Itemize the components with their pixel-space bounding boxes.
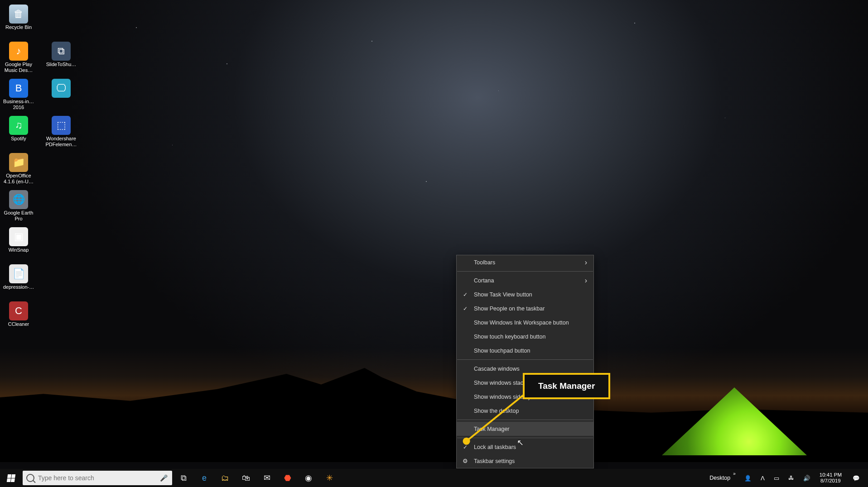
annotation-callout-label: Task Manager — [523, 373, 610, 399]
context-menu-item-label: Show Windows Ink Workspace button — [474, 320, 569, 326]
context-menu-item-label: Show touch keyboard button — [474, 334, 545, 340]
volume-icon[interactable]: 🔊 — [800, 469, 814, 487]
microphone-icon[interactable]: 🎤 — [160, 474, 168, 482]
desktop-icon-depression-doc[interactable]: 📄depression-… — [2, 263, 35, 301]
google-play-music-icon: ♪ — [9, 42, 28, 61]
context-menu-item-show-touchpad-button[interactable]: Show touchpad button — [457, 344, 593, 358]
taskbar-context-menu: ToolbarsCortanaShow Task View buttonShow… — [456, 255, 594, 468]
taskbar-search[interactable]: 🎤 — [23, 471, 172, 485]
context-menu-separator — [457, 359, 593, 360]
taskbar: 🎤 ⧉ e 🗂 🛍 ✉ ⬣ ◉ ✳ Desktop » 👤 ᐱ ▭ 🖧 🔊 10… — [0, 469, 868, 487]
windows-logo-icon — [6, 474, 15, 482]
task-view-button[interactable]: ⧉ — [173, 469, 194, 487]
desktop-icon-openoffice[interactable]: 📁OpenOffice 4.1.6 (en-U… — [2, 152, 35, 189]
context-menu-item-show-touch-keyboard-button[interactable]: Show touch keyboard button — [457, 329, 593, 344]
winsnap-icon: ▣ — [9, 227, 28, 246]
clock-time: 10:41 PM — [820, 472, 842, 478]
spotify-icon: ♫ — [9, 116, 28, 135]
context-menu-item-taskbar-settings[interactable]: Taskbar settings — [457, 454, 593, 468]
context-menu-separator — [457, 420, 593, 420]
context-menu-item-label: Show touchpad button — [474, 348, 530, 354]
openoffice-icon: 📁 — [9, 153, 28, 172]
context-menu-separator — [457, 438, 593, 438]
context-menu-item-label: Toolbars — [474, 259, 495, 266]
desktop-icon-control-panel-shortcut[interactable]: 🖵 — [44, 78, 78, 115]
google-earth-pro-icon: 🌐 — [9, 190, 28, 209]
taskbar-clock[interactable]: 10:41 PM 8/7/2019 — [816, 469, 845, 487]
desktop-icon-winsnap[interactable]: ▣WinSnap — [2, 226, 35, 263]
context-menu-item-show-the-desktop[interactable]: Show the desktop — [457, 404, 593, 418]
context-menu-item-lock-all-taskbars[interactable]: Lock all taskbars — [457, 440, 593, 454]
depression-doc-icon: 📄 — [9, 264, 28, 283]
context-menu-item-cortana[interactable]: Cortana — [457, 273, 593, 287]
taskbar-app-edge[interactable]: e — [194, 469, 215, 487]
taskbar-app-mail[interactable]: ✉ — [256, 469, 277, 487]
recycle-bin-icon: 🗑 — [9, 5, 28, 24]
desktop-icon-label: Recycle Bin — [5, 24, 32, 30]
context-menu-item-show-windows-ink-workspace-button[interactable]: Show Windows Ink Workspace button — [457, 315, 593, 329]
desktop-icon-label: Business-in… 2016 — [2, 99, 35, 110]
start-button[interactable] — [0, 469, 22, 487]
action-center-icon[interactable]: 💬 — [847, 469, 865, 487]
wondershare-pdf-icon: ⬚ — [52, 116, 71, 135]
context-menu-item-label: Taskbar settings — [474, 458, 515, 464]
context-menu-item-toolbars[interactable]: Toolbars — [457, 255, 593, 269]
desktop-icon-slide-to-shutdown[interactable]: ⧉SlideToShu… — [44, 41, 78, 78]
context-menu-item-show-people-on-the-taskbar[interactable]: Show People on the taskbar — [457, 301, 593, 315]
search-icon — [26, 474, 34, 482]
desktop-icon-label: CCleaner — [8, 321, 29, 327]
desktop-icon-label: Google Earth Pro — [2, 210, 35, 221]
desktop-icon-label: Wondershare PDFelemen… — [45, 136, 77, 147]
desktop-icon-spotify[interactable]: ♫Spotify — [2, 115, 35, 152]
toolbar-desktop-label[interactable]: Desktop » — [706, 469, 738, 487]
battery-icon[interactable]: ▭ — [770, 469, 783, 487]
desktop-icon-label: depression-… — [3, 284, 34, 290]
desktop-icon-label: Google Play Music Des… — [2, 62, 35, 73]
context-menu-item-label: Cortana — [474, 277, 494, 284]
desktop-icon-label: Spotify — [11, 136, 26, 142]
desktop-icon-label: WinSnap — [9, 247, 29, 253]
network-icon[interactable]: 🖧 — [785, 469, 798, 487]
context-menu-item-label: Cascade windows — [474, 366, 520, 372]
desktop-icon-recycle-bin[interactable]: 🗑Recycle Bin — [2, 4, 35, 41]
desktop-icon-label: SlideToShu… — [46, 62, 77, 67]
context-menu-item-label: Lock all taskbars — [474, 444, 516, 450]
annotation-callout: Task Manager — [523, 373, 610, 399]
context-menu-item-task-manager[interactable]: Task Manager — [457, 422, 593, 436]
business-in-a-box-icon: B — [9, 79, 28, 98]
slide-to-shutdown-icon: ⧉ — [52, 42, 71, 61]
desktop-icon-business-in-a-box[interactable]: BBusiness-in… 2016 — [2, 78, 35, 115]
desktop-icon-google-play-music[interactable]: ♪Google Play Music Des… — [2, 41, 35, 78]
desktop-icon-wondershare-pdf[interactable]: ⬚Wondershare PDFelemen… — [44, 115, 78, 152]
desktop-icon-google-earth-pro[interactable]: 🌐Google Earth Pro — [2, 189, 35, 226]
desktop-icon-ccleaner[interactable]: CCCleaner — [2, 301, 35, 338]
context-menu-item-label: Show Task View button — [474, 291, 532, 298]
context-menu-separator — [457, 271, 593, 272]
control-panel-shortcut-icon: 🖵 — [52, 79, 71, 98]
taskbar-app-misc[interactable]: ✳ — [319, 469, 340, 487]
context-menu-item-show-task-view-button[interactable]: Show Task View button — [457, 287, 593, 301]
taskbar-app-store[interactable]: 🛍 — [236, 469, 256, 487]
taskbar-app-brave[interactable]: ⬣ — [277, 469, 298, 487]
cursor-icon: ↖ — [517, 438, 524, 448]
context-menu-item-label: Show the desktop — [474, 408, 519, 414]
search-input[interactable] — [38, 474, 160, 482]
taskbar-app-file-explorer[interactable]: 🗂 — [215, 469, 236, 487]
taskbar-app-chrome[interactable]: ◉ — [298, 469, 319, 487]
system-tray: Desktop » 👤 ᐱ ▭ 🖧 🔊 10:41 PM 8/7/2019 💬 — [706, 469, 868, 487]
context-menu-item-label: Show People on the taskbar — [474, 306, 545, 312]
people-icon[interactable]: 👤 — [741, 469, 755, 487]
clock-date: 8/7/2019 — [820, 478, 841, 484]
desktop-icon-label: OpenOffice 4.1.6 (en-U… — [2, 173, 35, 184]
tray-overflow-icon[interactable]: ᐱ — [757, 469, 768, 487]
ccleaner-icon: C — [9, 301, 28, 320]
desktop-icon-grid: 🗑Recycle Bin♪Google Play Music Des…BBusi… — [2, 4, 78, 338]
